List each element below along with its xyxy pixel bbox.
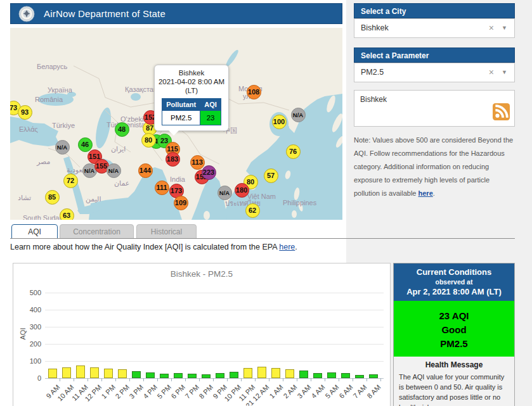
popup-pointer <box>169 130 179 136</box>
epa-link[interactable]: here <box>279 243 295 251</box>
parameter-caret-down-icon[interactable]: ▼ <box>502 63 507 82</box>
chart-x-tick <box>101 378 102 381</box>
aqi-marker[interactable]: 57 <box>264 168 278 183</box>
chart-x-tick-label: 5 AM <box>323 383 340 400</box>
chart-x-tick <box>367 378 367 381</box>
chart-bar[interactable] <box>271 368 280 378</box>
chart-x-tick <box>199 378 200 381</box>
tab-concentration[interactable]: Concentration <box>60 224 134 239</box>
chart-bar[interactable] <box>299 371 308 378</box>
chart-x-tick <box>129 378 130 381</box>
chart-bar[interactable] <box>118 369 127 378</box>
chart-bar[interactable] <box>216 373 224 378</box>
cc-health-header: Health Message <box>399 360 509 369</box>
parameter-clear-icon[interactable]: × <box>489 63 494 82</box>
chart-bar[interactable] <box>188 374 197 378</box>
parameter-select[interactable]: PM2.5 × ▼ <box>354 63 515 82</box>
chart-bar[interactable] <box>146 372 155 378</box>
chart-bar[interactable] <box>90 367 99 378</box>
aqi-marker[interactable]: N/A <box>107 163 121 178</box>
tab-aqi[interactable]: AQI <box>11 224 58 239</box>
chart-bar[interactable] <box>313 373 322 378</box>
aqi-marker[interactable]: 109 <box>174 196 188 210</box>
chart-y-tick-label: 0 <box>17 374 41 382</box>
city-select-value: Bishkek <box>361 23 389 32</box>
aqi-marker[interactable]: 108 <box>247 85 261 99</box>
aqi-marker[interactable]: 144 <box>138 163 153 178</box>
chart-x-tick <box>88 378 88 381</box>
select-parameter-header: Select a Parameter <box>354 48 515 63</box>
map-label: Việt Nam <box>247 193 276 200</box>
rss-feed-icon[interactable] <box>493 103 510 123</box>
aqi-marker[interactable]: 100 <box>272 115 287 129</box>
chart-bar[interactable] <box>160 374 169 378</box>
aqi-marker[interactable]: 183 <box>165 152 180 167</box>
aqi-marker[interactable]: 93 <box>18 105 32 120</box>
city-caret-down-icon[interactable]: ▼ <box>502 19 507 37</box>
aqi-marker[interactable]: 72 <box>63 174 78 188</box>
aqi-marker[interactable]: 223 <box>202 165 216 180</box>
chart-bar[interactable] <box>76 365 85 378</box>
chart-bar[interactable] <box>285 369 294 378</box>
chart-x-tick <box>339 378 339 381</box>
chart-x-tick-label: 8 PM <box>198 383 215 400</box>
city-select[interactable]: Bishkek × ▼ <box>354 18 515 38</box>
aqi-marker[interactable]: 63 <box>60 208 74 220</box>
chart-y-tick-label: 400 <box>17 306 41 314</box>
cc-health-text: The AQI value for your community is betw… <box>399 372 509 406</box>
app-header: AirNow Department of State <box>10 3 342 24</box>
chart-bar[interactable] <box>174 373 183 378</box>
tab-historical[interactable]: Historical <box>136 224 197 239</box>
chart-x-tick <box>269 378 269 381</box>
aqi-marker[interactable]: 48 <box>115 122 129 137</box>
aqi-marker[interactable]: N/A <box>291 108 306 122</box>
state-department-seal-icon <box>18 6 35 22</box>
map-label: تشاد <box>18 194 31 202</box>
chart-bar[interactable] <box>48 369 57 378</box>
chart-x-tick <box>297 378 297 381</box>
chart-bar[interactable] <box>341 373 350 378</box>
feed-city-label: Bishkek <box>360 95 387 104</box>
aqi-marker[interactable]: 80 <box>141 133 156 148</box>
chart-bar[interactable] <box>132 371 141 378</box>
cc-aqi-value: 23 AQI <box>394 310 514 321</box>
chart-x-axis-line <box>45 378 384 379</box>
chart-bar[interactable] <box>327 372 336 378</box>
chart-x-tick <box>185 378 186 381</box>
note-here-link[interactable]: here <box>418 189 433 197</box>
chart-bar[interactable] <box>104 369 113 378</box>
map-label: عمان <box>114 179 129 187</box>
chart-x-tick <box>115 378 116 381</box>
chart-x-tick-label: 4 AM <box>309 383 326 400</box>
aqi-marker[interactable]: N/A <box>217 186 232 200</box>
chart-bar[interactable] <box>243 368 252 378</box>
chart-title: Bishkek - PM2.5 <box>13 269 390 279</box>
chart-bar[interactable] <box>230 372 238 378</box>
aqi-marker[interactable]: 113 <box>190 155 205 170</box>
chart-x-tick <box>353 378 353 381</box>
beyond-aqi-note: Note: Values above 500 are considered Be… <box>354 134 515 200</box>
aqi-marker[interactable]: 62 <box>245 203 260 218</box>
airnow-page: AirNow Department of State <box>0 0 532 406</box>
page-title: AirNow Department of State <box>44 8 165 19</box>
aqi-world-map[interactable]: БеларусьУкраїнаRomâniaΕλλάςTürkiyeҚазақс… <box>10 28 342 220</box>
chart-bar[interactable] <box>355 375 364 378</box>
chart-bar[interactable] <box>202 374 211 378</box>
map-label: Україна <box>48 86 72 94</box>
chart-x-tick <box>380 378 381 381</box>
aqi-marker[interactable]: 46 <box>78 137 93 152</box>
city-clear-icon[interactable]: × <box>489 19 494 37</box>
chart-x-tick <box>213 378 214 381</box>
chart-bar[interactable] <box>62 367 71 378</box>
aqi-marker[interactable]: N/A <box>55 140 70 155</box>
map-label: Қазақстан <box>125 86 157 93</box>
aqi-marker[interactable]: 180 <box>235 183 249 198</box>
aqi-marker[interactable]: 85 <box>45 190 60 205</box>
map-label: اليمن <box>86 195 101 203</box>
chart-bar[interactable] <box>257 367 266 378</box>
aqi-marker[interactable]: 111 <box>155 181 169 195</box>
chart-bar[interactable] <box>369 374 378 378</box>
popup-datetime: 2021-04-02 8:00 AM <box>157 77 226 86</box>
popup-city: Bishkek <box>157 68 226 77</box>
aqi-marker[interactable]: 76 <box>286 144 301 159</box>
